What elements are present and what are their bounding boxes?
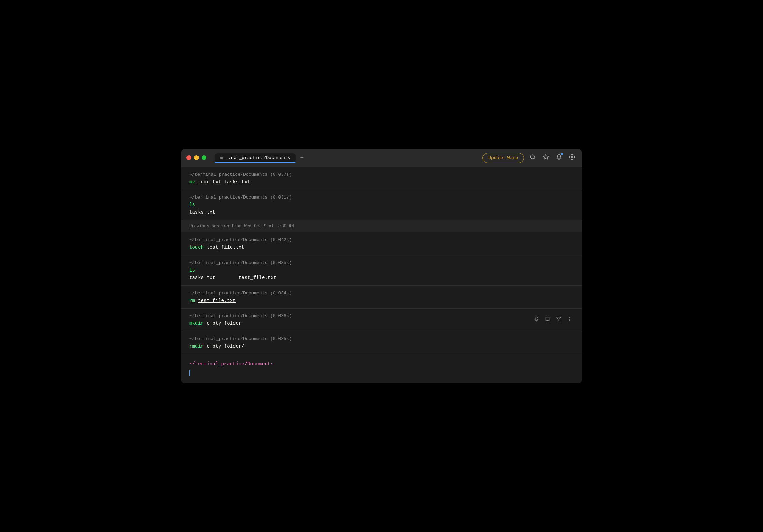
prompt: ~/terminal_practice/Documents (0.037s) [189, 172, 574, 177]
notification-icon[interactable] [554, 153, 563, 163]
command-block: ~/terminal_practice/Documents (0.035s) r… [181, 331, 582, 354]
prompt: ~/terminal_practice/Documents (0.031s) [189, 195, 574, 200]
prompt: ~/terminal_practice/Documents (0.036s) [189, 313, 574, 319]
command-block: ~/terminal_practice/Documents (0.037s) m… [181, 167, 582, 190]
titlebar: ⊞ ..nal_practice/Documents + Update Warp [181, 149, 582, 167]
cursor-line [189, 370, 574, 376]
new-tab-button[interactable]: + [297, 153, 306, 163]
terminal-content: ~/terminal_practice/Documents (0.037s) m… [181, 167, 582, 383]
session-divider: Previous session from Wed Oct 9 at 3:30 … [181, 220, 582, 232]
settings-icon[interactable] [568, 153, 577, 163]
command-line: ls [189, 202, 574, 208]
pin-block-button[interactable] [532, 315, 541, 324]
svg-marker-2 [543, 154, 549, 159]
command-keyword: ls [189, 202, 195, 208]
svg-point-7 [569, 319, 570, 319]
command-output: tasks.txt test_file.txt [189, 275, 574, 281]
minimize-button[interactable] [194, 155, 199, 160]
command-line: rm test_file.txt [189, 298, 574, 303]
tab-bar: ⊞ ..nal_practice/Documents + [215, 153, 478, 163]
terminal-window: ⊞ ..nal_practice/Documents + Update Warp [181, 149, 582, 383]
svg-point-6 [569, 317, 570, 318]
command-output: tasks.txt [189, 210, 574, 215]
command-arg: tasks.txt [224, 179, 250, 185]
tab-split-icon: ⊞ [220, 155, 223, 160]
command-line: touch test_file.txt [189, 245, 574, 250]
tab-title: ..nal_practice/Documents [226, 155, 290, 160]
command-block: ~/terminal_practice/Documents (0.036s) m… [181, 309, 582, 331]
more-block-button[interactable] [566, 315, 574, 324]
maximize-button[interactable] [202, 155, 206, 160]
command-arg: empty_folder/ [206, 343, 244, 349]
command-arg: test_file.txt [206, 245, 244, 250]
command-keyword: mv [189, 179, 195, 185]
filter-block-button[interactable] [554, 315, 563, 324]
svg-line-1 [534, 158, 535, 159]
block-actions [532, 315, 574, 324]
svg-marker-5 [556, 317, 561, 321]
close-button[interactable] [186, 155, 191, 160]
command-arg: empty_folder [206, 321, 241, 326]
command-block: ~/terminal_practice/Documents (0.031s) l… [181, 190, 582, 220]
titlebar-right: Update Warp [482, 153, 577, 163]
current-prompt-text: ~/terminal_practice/Documents [189, 361, 574, 367]
command-keyword: touch [189, 245, 204, 250]
command-block: ~/terminal_practice/Documents (0.042s) t… [181, 232, 582, 255]
command-block: ~/terminal_practice/Documents (0.034s) r… [181, 286, 582, 309]
command-keyword: rmdir [189, 343, 204, 349]
current-prompt-block: ~/terminal_practice/Documents [181, 354, 582, 383]
traffic-lights [186, 155, 206, 160]
bookmark-block-button[interactable] [543, 315, 552, 324]
prompt: ~/terminal_practice/Documents (0.035s) [189, 336, 574, 341]
search-icon[interactable] [528, 153, 537, 163]
prompt: ~/terminal_practice/Documents (0.035s) [189, 260, 574, 265]
command-keyword: ls [189, 267, 195, 273]
update-warp-button[interactable]: Update Warp [482, 153, 524, 163]
command-line: rmdir empty_folder/ [189, 343, 574, 349]
command-line: ls [189, 267, 574, 273]
notification-dot [561, 153, 563, 155]
text-cursor [189, 370, 190, 376]
session-divider-text: Previous session from Wed Oct 9 at 3:30 … [189, 224, 294, 229]
command-keyword: rm [189, 298, 195, 303]
command-block: ~/terminal_practice/Documents (0.035s) l… [181, 255, 582, 286]
ai-icon[interactable] [541, 153, 550, 163]
active-tab[interactable]: ⊞ ..nal_practice/Documents [215, 153, 296, 163]
command-keyword: mkdir [189, 321, 204, 326]
svg-point-3 [571, 156, 573, 158]
command-arg: todo.txt [198, 179, 221, 185]
prompt: ~/terminal_practice/Documents (0.034s) [189, 291, 574, 296]
prompt: ~/terminal_practice/Documents (0.042s) [189, 237, 574, 242]
command-line: mv todo.txt tasks.txt [189, 179, 574, 185]
svg-point-8 [569, 321, 570, 321]
command-line: mkdir empty_folder [189, 321, 574, 326]
command-arg: test_file.txt [198, 298, 236, 303]
